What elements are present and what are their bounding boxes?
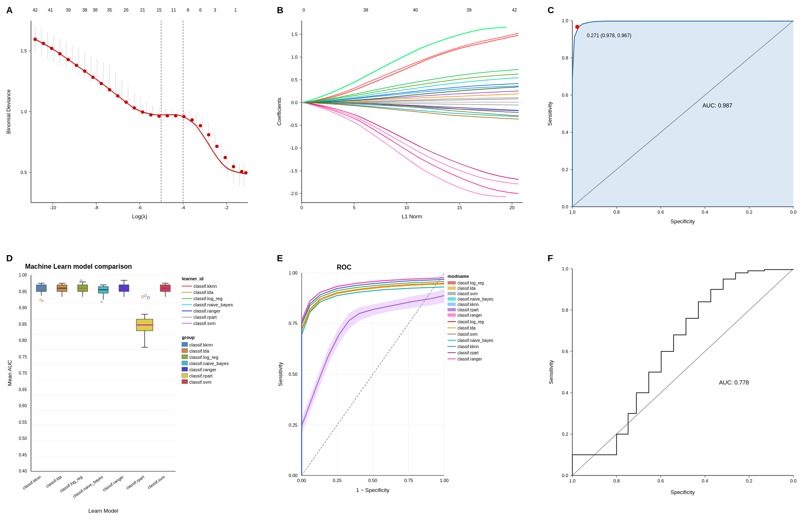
y-axis-E: 0.00 0.25 0.50 0.75 1.00 (289, 270, 298, 478)
optimal-point-C (575, 25, 579, 29)
svg-text:6: 6 (199, 7, 202, 12)
svg-text:classif.log_reg: classif.log_reg (457, 281, 484, 285)
svg-text:0.95: 0.95 (19, 289, 27, 294)
panel-B-label: B (277, 5, 283, 15)
svg-text:modname: modname (448, 274, 469, 279)
svg-rect-261 (182, 349, 188, 353)
svg-text:classif.kknn: classif.kknn (193, 284, 217, 289)
svg-text:classif.log_reg: classif.log_reg (193, 296, 222, 301)
x-label-D: Learn Model (88, 508, 118, 514)
panel-C-label: C (548, 5, 554, 15)
svg-rect-299 (448, 281, 456, 284)
svg-text:Sensitivity: Sensitivity (548, 360, 554, 384)
svg-text:classif.lda: classif.lda (457, 286, 476, 291)
svg-text:0.65: 0.65 (19, 387, 27, 392)
panel-F: F 0.0 0.2 0.4 0.6 0.8 1.0 Sen (541, 248, 812, 523)
svg-point-74 (58, 52, 62, 55)
y-axis-C: 0.0 0.2 0.4 0.6 0.8 1.0 (562, 18, 572, 209)
svg-text:11: 11 (171, 7, 176, 12)
svg-text:classif.svm: classif.svm (147, 475, 166, 490)
svg-text:-1.0: -1.0 (290, 146, 298, 150)
svg-text:1.00: 1.00 (289, 270, 298, 275)
y-axis-ticks-B: 1.5 1.0 0.5 0.0 -0.5 -1.0 -1.5 -2.0 (290, 32, 302, 196)
svg-text:0.2: 0.2 (746, 210, 752, 215)
svg-point-77 (83, 69, 86, 73)
svg-text:Sensitivity: Sensitivity (277, 362, 283, 386)
svg-rect-309 (448, 308, 456, 311)
svg-text:0.50: 0.50 (289, 372, 298, 377)
svg-text:0.0: 0.0 (562, 204, 568, 209)
panel-E-label: E (277, 253, 283, 263)
svg-text:0.00: 0.00 (297, 478, 306, 483)
svg-point-236 (144, 294, 147, 297)
svg-text:41: 41 (48, 7, 53, 12)
svg-text:3: 3 (214, 7, 216, 12)
svg-text:classif.ranger: classif.ranger (457, 357, 482, 361)
svg-text:classif.svm: classif.svm (193, 321, 216, 326)
svg-text:Specificity: Specificity (671, 218, 695, 224)
svg-point-237 (147, 296, 150, 299)
svg-point-97 (244, 171, 248, 174)
svg-text:classif.rpart: classif.rpart (457, 351, 479, 355)
panel-C: C 0.0 0.2 0.4 0.6 0.8 1.0 (541, 0, 812, 248)
svg-text:classif.log_reg: classif.log_reg (189, 355, 218, 360)
svg-rect-307 (448, 303, 456, 306)
svg-point-91 (199, 124, 202, 127)
svg-point-83 (133, 106, 136, 110)
svg-text:0.2: 0.2 (562, 432, 568, 437)
x-axis-ticks-B: 0 5 10 15 20 (300, 203, 514, 210)
svg-text:0.70: 0.70 (19, 371, 27, 375)
svg-point-87 (166, 114, 169, 117)
boxplot-kknn (36, 283, 46, 302)
svg-text:0.75: 0.75 (289, 321, 298, 326)
svg-text:classif.svm: classif.svm (457, 332, 478, 337)
svg-point-82 (124, 100, 128, 104)
x-axis-F: 1.0 0.8 0.6 0.4 0.2 0.0 (569, 475, 796, 483)
svg-text:0.55: 0.55 (19, 420, 27, 425)
svg-point-96 (240, 170, 243, 173)
svg-text:classif.rpart: classif.rpart (457, 308, 479, 312)
svg-point-93 (215, 145, 219, 148)
svg-text:Log(λ): Log(λ) (132, 213, 148, 220)
svg-rect-267 (182, 367, 188, 371)
svg-text:0.50: 0.50 (19, 436, 27, 441)
svg-point-217 (80, 279, 82, 281)
boxplot-ranger (119, 280, 129, 297)
svg-text:-6: -6 (138, 205, 142, 210)
svg-text:0.75: 0.75 (404, 478, 413, 483)
svg-point-76 (75, 64, 78, 67)
svg-point-223 (101, 301, 102, 303)
panel-B: B 0 38 40 39 42 1.5 (271, 0, 541, 248)
legend-E: modname classif.log_reg classif.lda clas… (448, 274, 493, 361)
svg-point-94 (224, 156, 227, 159)
svg-point-90 (190, 118, 194, 122)
svg-text:0.5: 0.5 (21, 170, 27, 175)
svg-text:classif.lda: classif.lda (45, 474, 63, 488)
panel-B-svg: B 0 38 40 39 42 1.5 (275, 4, 537, 244)
svg-text:42: 42 (33, 7, 38, 12)
svg-text:0.80: 0.80 (19, 338, 27, 343)
svg-text:26: 26 (124, 7, 129, 12)
panel-A-svg: A 42 41 39 38 38 35 26 21 15 11 8 6 3 1 (4, 4, 267, 244)
svg-text:classif.lda: classif.lda (193, 290, 214, 295)
svg-text:38: 38 (82, 7, 87, 12)
svg-text:Sensitivity: Sensitivity (547, 101, 553, 126)
svg-rect-305 (448, 297, 456, 301)
svg-text:Binomial Deviance: Binomial Deviance (5, 89, 12, 134)
coefficient-lines (302, 27, 519, 197)
svg-point-79 (100, 82, 103, 85)
legend-group: group classif.kknn classif.lda classif.l… (182, 335, 229, 384)
svg-text:21: 21 (140, 7, 145, 12)
svg-text:0.2: 0.2 (746, 478, 752, 483)
svg-text:0.4: 0.4 (702, 478, 708, 483)
svg-point-81 (116, 94, 119, 98)
svg-text:-1.5: -1.5 (290, 168, 298, 173)
svg-text:0.4: 0.4 (562, 130, 568, 135)
svg-rect-311 (448, 313, 456, 317)
svg-text:-2.0: -2.0 (290, 191, 298, 196)
svg-text:0.6: 0.6 (657, 478, 664, 483)
svg-text:0.0: 0.0 (790, 210, 796, 215)
svg-text:0.6: 0.6 (562, 349, 568, 354)
svg-point-75 (67, 58, 70, 61)
svg-point-206 (42, 300, 43, 302)
